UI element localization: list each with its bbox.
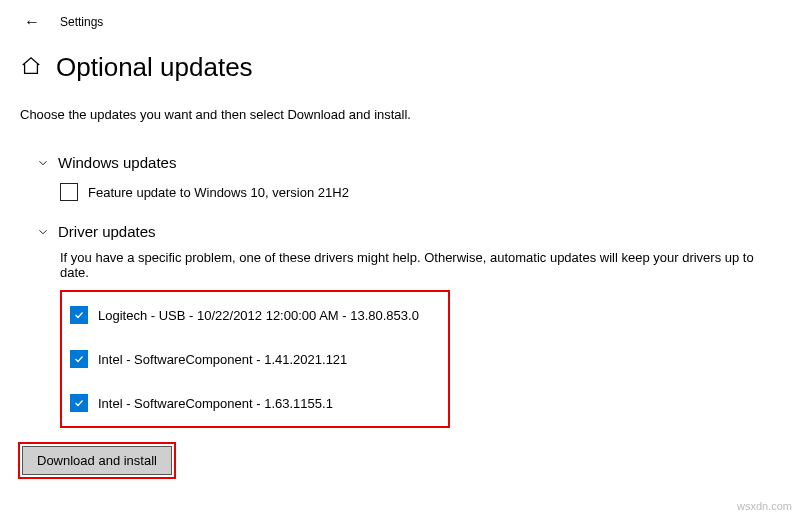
windows-updates-header[interactable]: Windows updates xyxy=(36,154,780,171)
list-item: Logitech - USB - 10/22/2012 12:00:00 AM … xyxy=(70,306,438,324)
windows-updates-title: Windows updates xyxy=(58,154,176,171)
page-description: Choose the updates you want and then sel… xyxy=(0,89,800,132)
checkbox-label: Intel - SoftwareComponent - 1.63.1155.1 xyxy=(98,396,333,411)
driver-updates-header[interactable]: Driver updates xyxy=(36,223,780,240)
windows-updates-section: Windows updates Feature update to Window… xyxy=(0,154,800,201)
page-title: Optional updates xyxy=(56,52,253,83)
download-install-button[interactable]: Download and install xyxy=(22,446,172,475)
windows-updates-body: Feature update to Windows 10, version 21… xyxy=(36,183,780,201)
chevron-down-icon xyxy=(36,225,50,239)
driver-updates-title: Driver updates xyxy=(58,223,156,240)
top-bar: ← Settings xyxy=(0,0,800,40)
back-arrow-icon[interactable]: ← xyxy=(24,14,40,30)
settings-label: Settings xyxy=(60,15,103,29)
driver-updates-section: Driver updates If you have a specific pr… xyxy=(0,223,800,428)
checkbox-label: Logitech - USB - 10/22/2012 12:00:00 AM … xyxy=(98,308,419,323)
checkbox-unchecked[interactable] xyxy=(60,183,78,201)
checkbox-label: Feature update to Windows 10, version 21… xyxy=(88,185,349,200)
checkbox-label: Intel - SoftwareComponent - 1.41.2021.12… xyxy=(98,352,347,367)
watermark: wsxdn.com xyxy=(737,500,792,512)
driver-updates-description: If you have a specific problem, one of t… xyxy=(60,250,780,280)
checkbox-checked[interactable] xyxy=(70,394,88,412)
chevron-down-icon xyxy=(36,156,50,170)
list-item: Feature update to Windows 10, version 21… xyxy=(60,183,780,201)
checkbox-checked[interactable] xyxy=(70,350,88,368)
list-item: Intel - SoftwareComponent - 1.63.1155.1 xyxy=(70,394,438,412)
driver-updates-list: Logitech - USB - 10/22/2012 12:00:00 AM … xyxy=(60,290,450,428)
checkbox-checked[interactable] xyxy=(70,306,88,324)
list-item: Intel - SoftwareComponent - 1.41.2021.12… xyxy=(70,350,438,368)
home-icon[interactable] xyxy=(20,55,42,81)
driver-updates-body: If you have a specific problem, one of t… xyxy=(36,250,780,428)
page-header: Optional updates xyxy=(0,40,800,89)
